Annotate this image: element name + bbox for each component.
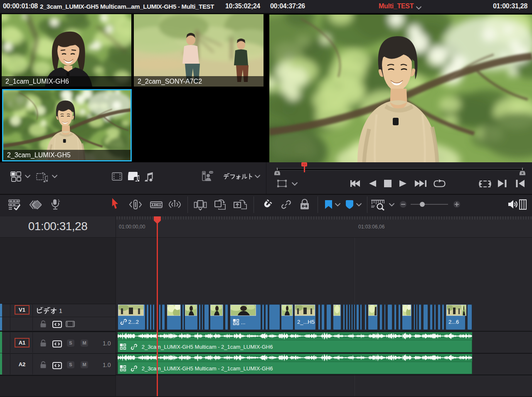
svg-text:1: 1 (59, 308, 62, 314)
